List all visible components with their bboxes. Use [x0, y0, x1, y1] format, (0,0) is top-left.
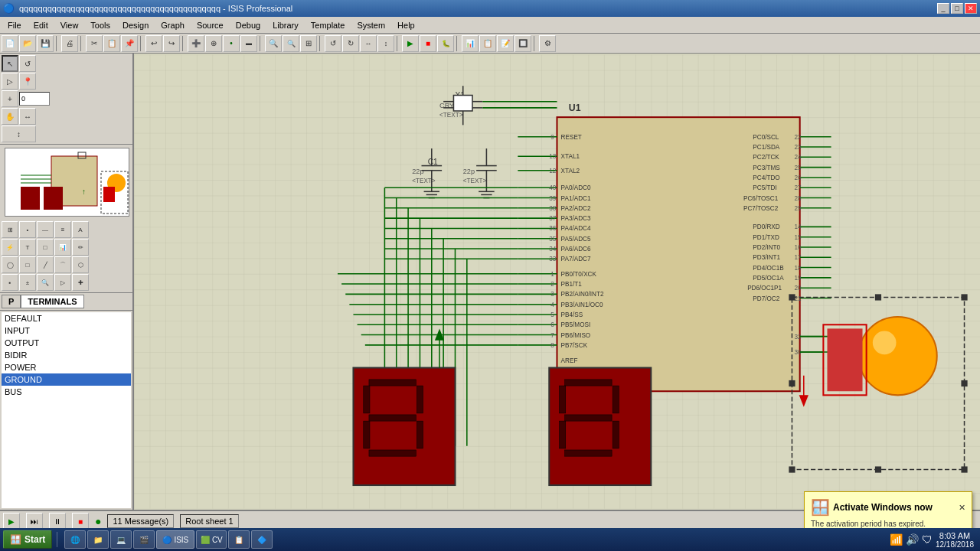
stop-button[interactable]: ■ — [72, 513, 89, 530]
zoom-field[interactable]: 0 — [19, 92, 50, 106]
tb-flip-v[interactable]: ↕ — [377, 35, 394, 52]
tool-flip[interactable]: ↔ — [19, 108, 36, 125]
svg-text:PC7/TOSC2: PC7/TOSC2 — [743, 205, 779, 212]
menu-source[interactable]: Source — [191, 19, 230, 31]
tool-text[interactable]: ✏ — [72, 239, 89, 256]
tb-netlist[interactable]: 📋 — [479, 35, 496, 52]
tool-junction-mode[interactable]: • — [19, 221, 36, 238]
menu-file[interactable]: File — [2, 19, 28, 31]
notification-close[interactable]: ✕ — [959, 503, 965, 513]
tool-arrow[interactable]: ▷ — [2, 73, 18, 90]
tool-tape[interactable]: ▷ — [54, 274, 71, 291]
tb-print[interactable]: 🖨 — [61, 35, 78, 52]
tb-new[interactable]: 📄 — [2, 35, 18, 52]
svg-text:PA0/ADC0: PA0/ADC0 — [561, 184, 591, 191]
tb-junction[interactable]: • — [223, 35, 240, 52]
tb-flip-h[interactable]: ↔ — [360, 35, 377, 52]
tool-shape[interactable]: ◯ — [2, 256, 18, 273]
menu-template[interactable]: Template — [305, 19, 351, 31]
tb-component[interactable]: ⊕ — [205, 35, 222, 52]
tool-bus-mode[interactable]: ≡ — [54, 221, 71, 238]
svg-point-210 — [873, 331, 897, 354]
tool-component-mode[interactable]: ⊞ — [2, 221, 18, 238]
window-controls[interactable]: _ □ ✕ — [937, 3, 977, 14]
play-button[interactable]: ▶ — [3, 513, 20, 530]
taskbar-extra1[interactable]: 📋 — [228, 530, 250, 549]
maximize-button[interactable]: □ — [951, 3, 963, 14]
tb-bus[interactable]: ▬ — [240, 35, 257, 52]
tool-wire-mode[interactable]: — — [37, 221, 54, 238]
comp-default[interactable]: DEFAULT — [2, 312, 131, 324]
comp-ground[interactable]: GROUND — [2, 373, 131, 386]
taskbar-files[interactable]: 📁 — [87, 530, 109, 549]
tool-terminal[interactable]: T — [19, 239, 36, 256]
tool-select[interactable]: ↖ — [2, 55, 18, 72]
tb-stop[interactable]: ■ — [420, 35, 436, 52]
tool-graph2[interactable]: 📊 — [54, 239, 71, 256]
taskbar-computer[interactable]: 💻 — [110, 530, 132, 549]
tb-zoom-in[interactable]: 🔍 — [265, 35, 282, 52]
tool-port[interactable]: □ — [37, 239, 54, 256]
tool-label-mode[interactable]: A — [72, 221, 89, 238]
tab-p[interactable]: P — [2, 295, 21, 308]
comp-output[interactable]: OUTPUT — [2, 337, 131, 349]
tool-zoom[interactable]: + — [2, 90, 18, 107]
start-button[interactable]: 🪟 Start — [3, 530, 52, 549]
close-button[interactable]: ✕ — [965, 3, 977, 14]
comp-bus[interactable]: BUS — [2, 386, 131, 398]
tb-zoom-fit[interactable]: ⊞ — [300, 35, 317, 52]
tb-redo[interactable]: ↪ — [163, 35, 180, 52]
tb-zoom-out[interactable]: 🔍 — [283, 35, 299, 52]
tool-wire[interactable]: 📍 — [19, 73, 36, 90]
tb-paste[interactable]: 📌 — [121, 35, 138, 52]
pause-button[interactable]: ⏸ — [49, 513, 66, 530]
taskbar-ie[interactable]: 🌐 — [64, 530, 86, 549]
minimize-button[interactable]: _ — [937, 3, 949, 14]
tool-probe[interactable]: 🔍 — [37, 274, 54, 291]
tool-poly[interactable]: ⬡ — [72, 256, 89, 273]
menu-library[interactable]: Library — [266, 19, 305, 31]
tb-undo[interactable]: ↩ — [145, 35, 162, 52]
comp-input[interactable]: INPUT — [2, 324, 131, 337]
tool-arc[interactable]: ⌒ — [54, 256, 71, 273]
step-button[interactable]: ⏭ — [26, 513, 43, 530]
tool-line[interactable]: ╱ — [37, 256, 54, 273]
tab-terminals[interactable]: TERMINALS — [21, 295, 83, 308]
tb-pcb[interactable]: 🔲 — [514, 35, 531, 52]
tool-marker[interactable]: ✚ — [72, 274, 89, 291]
menu-graph[interactable]: Graph — [155, 19, 191, 31]
tb-cut[interactable]: ✂ — [86, 35, 103, 52]
tool-fill[interactable]: ▪ — [2, 274, 18, 291]
tool-rotate[interactable]: ↺ — [19, 55, 36, 72]
tb-rotate-right[interactable]: ↻ — [342, 35, 359, 52]
comp-power[interactable]: POWER — [2, 361, 131, 373]
taskbar-cv[interactable]: 🟩CV — [196, 530, 227, 549]
tool-rect[interactable]: □ — [19, 256, 36, 273]
tb-open[interactable]: 📂 — [19, 35, 36, 52]
menu-tools[interactable]: Tools — [84, 19, 116, 31]
tool-pan[interactable]: ✋ — [2, 108, 18, 125]
tb-rotate-left[interactable]: ↺ — [325, 35, 341, 52]
menu-view[interactable]: View — [54, 19, 85, 31]
menu-system[interactable]: System — [351, 19, 391, 31]
schematic-canvas[interactable]: X1 CRYSTAL <TEXT> C1 22p <TEXT> — [134, 54, 980, 510]
menu-edit[interactable]: Edit — [28, 19, 54, 31]
menu-help[interactable]: Help — [391, 19, 421, 31]
tool-power[interactable]: ⚡ — [2, 239, 18, 256]
taskbar-media[interactable]: 🎬 — [133, 530, 155, 549]
tool-move[interactable]: ↕ — [2, 126, 36, 142]
tb-bom[interactable]: 📝 — [497, 35, 514, 52]
comp-bidir[interactable]: BIDIR — [2, 349, 131, 361]
tb-property[interactable]: ⚙ — [539, 35, 556, 52]
tb-debug[interactable]: 🐛 — [437, 35, 454, 52]
menu-debug[interactable]: Debug — [230, 19, 266, 31]
tb-copy[interactable]: 📋 — [103, 35, 120, 52]
tb-save[interactable]: 💾 — [37, 35, 54, 52]
tool-symbol[interactable]: ± — [19, 274, 36, 291]
tb-simulate[interactable]: ▶ — [402, 35, 419, 52]
tb-graph[interactable]: 📊 — [462, 35, 479, 52]
taskbar-isis[interactable]: 🔵ISIS — [156, 530, 194, 549]
tb-wire[interactable]: ➕ — [188, 35, 204, 52]
menu-design[interactable]: Design — [116, 19, 155, 31]
taskbar-extra2[interactable]: 🔷 — [251, 530, 273, 549]
